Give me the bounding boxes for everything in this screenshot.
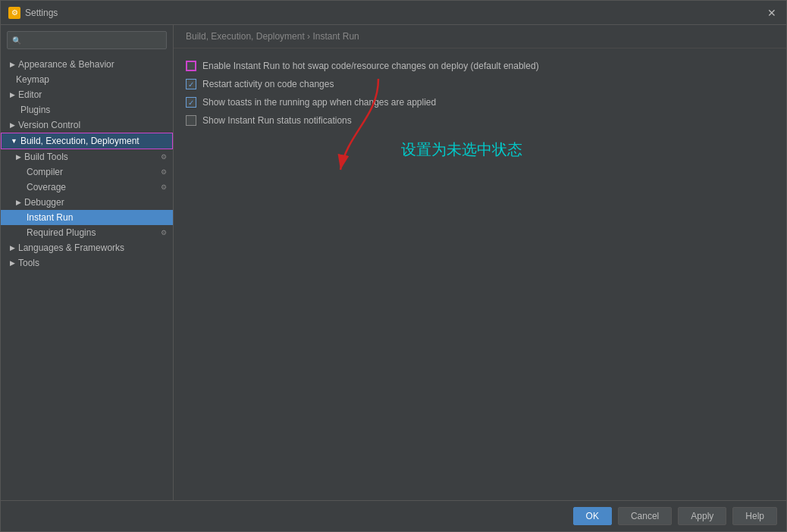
sidebar-item-instant-run[interactable]: Instant Run: [1, 210, 173, 225]
checkbox-enable-instant-run[interactable]: [186, 61, 196, 71]
arrow-icon: ▶: [10, 121, 15, 129]
option-row-enable-instant-run: Enable Instant Run to hot swap code/reso…: [186, 61, 774, 71]
checkbox-show-notifications[interactable]: [186, 115, 196, 126]
sidebar-item-label: Compiler: [16, 167, 63, 177]
config-icon: ⚙: [161, 168, 167, 176]
checkbox-restart-activity[interactable]: [186, 79, 196, 89]
config-icon: ⚙: [161, 153, 167, 161]
arrow-icon: ▼: [11, 137, 17, 145]
sidebar-item-languages[interactable]: ▶ Languages & Frameworks: [1, 240, 173, 255]
sidebar-item-label: Appearance & Behavior: [18, 59, 114, 70]
sidebar-item-label: Keymap: [16, 74, 49, 85]
arrow-icon: ▶: [16, 153, 21, 161]
sidebar-item-label: Version Control: [18, 120, 80, 130]
sidebar-item-label: Instant Run: [27, 212, 73, 223]
option-label-restart-activity: Restart activity on code changes: [202, 79, 334, 89]
checkbox-show-toasts[interactable]: [186, 97, 196, 108]
window-title: Settings: [25, 8, 58, 18]
sidebar-item-build[interactable]: ▼ Build, Execution, Deployment: [1, 133, 173, 149]
cancel-button[interactable]: Cancel: [618, 507, 672, 525]
sidebar-item-keymap[interactable]: Keymap: [1, 72, 173, 87]
sidebar-item-version-control[interactable]: ▶ Version Control: [1, 117, 173, 133]
main-content: 🔍 ▶ Appearance & Behavior Keymap ▶ Edito…: [1, 25, 786, 500]
sidebar: 🔍 ▶ Appearance & Behavior Keymap ▶ Edito…: [1, 25, 174, 500]
settings-window: ⚙ Settings ✕ 🔍 ▶ Appearance & Behavior K…: [0, 0, 787, 532]
sidebar-item-label: Editor: [18, 89, 42, 100]
config-icon: ⚙: [161, 229, 167, 236]
footer: OK Cancel Apply Help: [1, 500, 786, 531]
sidebar-item-label: Tools: [18, 258, 39, 268]
search-input[interactable]: [24, 35, 161, 45]
content-area: Enable Instant Run to hot swap code/reso…: [174, 49, 786, 500]
nav-tree: ▶ Appearance & Behavior Keymap ▶ Editor …: [1, 55, 173, 500]
option-row-show-toasts: Show toasts in the running app when chan…: [186, 97, 774, 108]
sidebar-item-label: Plugins: [10, 105, 50, 115]
title-bar-left: ⚙ Settings: [8, 7, 58, 19]
settings-icon: ⚙: [8, 7, 20, 19]
sidebar-item-label: Build, Execution, Deployment: [20, 136, 140, 146]
sidebar-item-label: Required Plugins: [16, 227, 96, 238]
sidebar-item-plugins[interactable]: Plugins: [1, 102, 173, 117]
arrow-icon: ▶: [10, 259, 15, 267]
search-icon: 🔍: [12, 36, 21, 45]
sidebar-item-label: Coverage: [16, 182, 66, 192]
arrow-svg: [325, 71, 431, 192]
title-bar: ⚙ Settings ✕: [1, 1, 786, 25]
close-button[interactable]: ✕: [765, 6, 779, 20]
config-icon: ⚙: [161, 183, 167, 191]
option-label-enable-instant-run: Enable Instant Run to hot swap code/reso…: [202, 61, 539, 71]
arrow-icon: ▶: [10, 244, 15, 252]
sidebar-item-appearance[interactable]: ▶ Appearance & Behavior: [1, 57, 173, 72]
sidebar-item-coverage[interactable]: Coverage ⚙: [1, 180, 173, 195]
help-button[interactable]: Help: [732, 507, 777, 525]
sidebar-item-editor[interactable]: ▶ Editor: [1, 87, 173, 102]
arrow-annotation: [325, 71, 431, 195]
apply-button[interactable]: Apply: [678, 507, 726, 525]
arrow-icon: ▶: [10, 61, 15, 68]
right-panel: Build, Execution, Deployment › Instant R…: [174, 25, 786, 500]
ok-button[interactable]: OK: [573, 507, 612, 525]
sidebar-item-tools[interactable]: ▶ Tools: [1, 255, 173, 271]
sidebar-item-label: Build Tools: [24, 152, 68, 162]
annotation-text: 设置为未选中状态: [401, 139, 522, 160]
option-row-restart-activity: Restart activity on code changes: [186, 79, 774, 89]
search-box[interactable]: 🔍: [7, 31, 167, 49]
sidebar-item-label: Languages & Frameworks: [18, 243, 124, 253]
sidebar-item-label: Debugger: [24, 197, 64, 208]
arrow-icon: ▶: [10, 91, 15, 99]
option-row-show-notifications: Show Instant Run status notifications: [186, 115, 774, 126]
sidebar-item-required-plugins[interactable]: Required Plugins ⚙: [1, 225, 173, 240]
sidebar-item-debugger[interactable]: ▶ Debugger: [1, 195, 173, 210]
sidebar-item-compiler[interactable]: Compiler ⚙: [1, 164, 173, 180]
breadcrumb: Build, Execution, Deployment › Instant R…: [174, 25, 786, 49]
sidebar-item-build-tools[interactable]: ▶ Build Tools ⚙: [1, 149, 173, 164]
arrow-icon: ▶: [16, 199, 21, 206]
